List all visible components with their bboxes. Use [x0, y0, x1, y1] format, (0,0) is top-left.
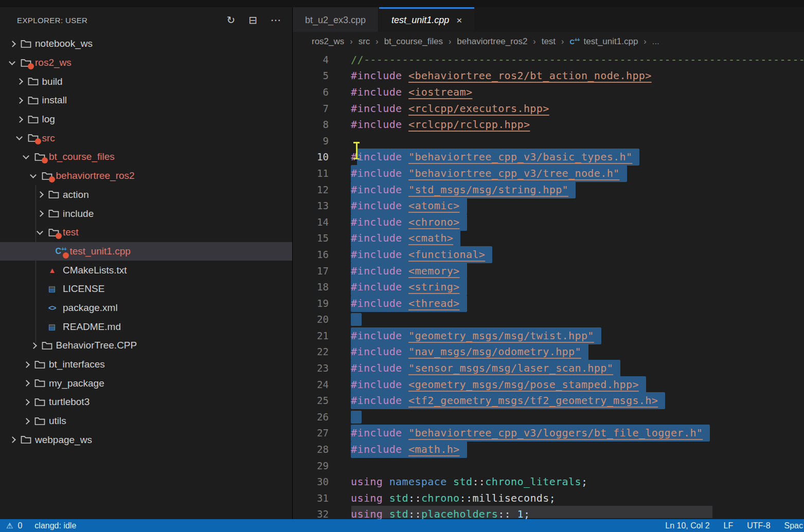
chevron-slot[interactable]	[17, 117, 28, 122]
problems-indicator[interactable]: ⚠ 0	[6, 521, 22, 530]
code-line[interactable]: 30using namespace std::chrono_literals;	[293, 473, 804, 490]
code-line-text: #include "behaviortree_cpp_v3/tree_node.…	[351, 167, 627, 179]
chevron-slot[interactable]	[17, 98, 28, 103]
chevron-slot[interactable]	[24, 362, 34, 367]
code-line[interactable]: 26	[293, 409, 804, 425]
indentation-indicator[interactable]: Spac	[784, 521, 803, 530]
chevron-slot[interactable]	[31, 175, 42, 177]
code-editor[interactable]: 4//-------------------------------------…	[293, 51, 804, 519]
tree-item-utils[interactable]: utils	[0, 412, 292, 431]
refresh-explorer-icon[interactable]: ↻	[226, 15, 235, 25]
code-line[interactable]: 6#include <iostream>	[293, 84, 804, 100]
clangd-status[interactable]: clangd: idle	[34, 521, 76, 530]
tree-item-icon	[21, 59, 35, 67]
line-number: 11	[293, 168, 329, 179]
breadcrumb-item[interactable]: behaviortree_ros2	[457, 36, 527, 47]
tree-item-log[interactable]: log	[0, 110, 292, 129]
code-line[interactable]: 27#include "behaviortree_cpp_v3/loggers/…	[293, 425, 804, 442]
code-line[interactable]: 19#include <thread>	[293, 295, 804, 311]
chevron-slot[interactable]	[24, 400, 34, 405]
code-line[interactable]: 12#include "std_msgs/msg/string.hpp"	[293, 181, 804, 198]
code-line[interactable]: 7#include <rclcpp/executors.hpp>	[293, 100, 804, 117]
chevron-slot[interactable]	[24, 419, 34, 424]
code-line[interactable]: 13#include <atomic>	[293, 197, 804, 214]
tree-item-test-unit1-cpp[interactable]: C++test_unit1.cpp	[0, 242, 292, 261]
eol-indicator[interactable]: LF	[724, 521, 734, 530]
tree-item-build[interactable]: build	[0, 72, 292, 91]
breadcrumb-item[interactable]: bt_course_files	[384, 36, 443, 47]
tree-item-webpage-ws[interactable]: webpage_ws	[0, 430, 292, 449]
chevron-slot[interactable]	[10, 62, 21, 64]
tree-item-notebook-ws[interactable]: notebook_ws	[0, 34, 292, 53]
code-line[interactable]: 10#include "behaviortree_cpp_v3/basic_ty…	[293, 149, 804, 166]
code-line[interactable]: 14#include <chrono>	[293, 214, 804, 230]
chevron-slot[interactable]	[38, 211, 48, 216]
tree-item-test[interactable]: test	[0, 223, 292, 242]
tree-item-license[interactable]: ▤LICENSE	[0, 280, 292, 299]
code-line[interactable]: 32using std::placeholders::_1;	[293, 506, 804, 519]
code-line[interactable]: 20	[293, 311, 804, 328]
tab-test-unit1-cpp[interactable]: test_unit1.cpp×	[379, 7, 474, 32]
code-line[interactable]: 11#include "behaviortree_cpp_v3/tree_nod…	[293, 165, 804, 181]
tree-item-icon	[28, 96, 42, 105]
code-line[interactable]: 25#include <tf2_geometry_msgs/tf2_geomet…	[293, 392, 804, 409]
tree-item-label: LICENSE	[63, 283, 104, 295]
tree-item-my-package[interactable]: my_package	[0, 374, 292, 393]
code-line[interactable]: 17#include <memory>	[293, 263, 804, 279]
selection-highlight: #include "std_msgs/msg/string.hpp"	[351, 181, 576, 198]
tree-item-install[interactable]: install	[0, 91, 292, 110]
tree-item-bt-course-files[interactable]: bt_course_files	[0, 148, 292, 167]
code-line[interactable]: 22#include "nav_msgs/msg/odometry.hpp"	[293, 344, 804, 360]
code-line[interactable]: 15#include <cmath>	[293, 230, 804, 247]
tree-item-package-xml[interactable]: <>package.xml	[0, 299, 292, 318]
breadcrumb-item[interactable]: ros2_ws	[312, 36, 344, 47]
code-line[interactable]: 24#include <geometry_msgs/msg/pose_stamp…	[293, 376, 804, 393]
tree-item-behaviortree-cpp[interactable]: BehaviorTree.CPP	[0, 336, 292, 355]
code-line[interactable]: 5#include <behaviortree_ros2/bt_action_n…	[293, 68, 804, 84]
code-line[interactable]: 16#include <functional>	[293, 246, 804, 263]
code-line[interactable]: 21#include "geometry_msgs/msg/twist.hpp"	[293, 327, 804, 344]
tree-item-cmakelists-txt[interactable]: ▲CMakeLists.txt	[0, 261, 292, 280]
code-line[interactable]: 31using std::chrono::milliseconds;	[293, 490, 804, 506]
tree-item-include[interactable]: include	[0, 204, 292, 223]
line-number: 12	[293, 184, 329, 195]
tree-item-src[interactable]: src	[0, 129, 292, 148]
more-actions-icon[interactable]: ⋯	[271, 15, 281, 25]
chevron-slot[interactable]	[17, 79, 28, 84]
folder-icon	[21, 435, 31, 444]
code-line[interactable]: 9	[293, 133, 804, 149]
tree-item-ros2-ws[interactable]: ros2_ws	[0, 53, 292, 72]
chevron-slot[interactable]	[24, 156, 34, 158]
encoding-indicator[interactable]: UTF-8	[747, 521, 770, 530]
code-line[interactable]: 28#include <math.h>	[293, 441, 804, 457]
tab-bt-u2-ex3-cpp[interactable]: bt_u2_ex3.cpp	[293, 7, 378, 32]
code-line[interactable]: 4//-------------------------------------…	[293, 51, 804, 68]
cursor-position[interactable]: Ln 10, Col 2	[665, 521, 709, 530]
tree-item-action[interactable]: action	[0, 186, 292, 205]
tree-item-readme-md[interactable]: ▤README.md	[0, 317, 292, 336]
chevron-slot[interactable]	[31, 343, 42, 348]
breadcrumb-item[interactable]: src	[359, 36, 370, 47]
breadcrumb-item[interactable]: test	[542, 36, 556, 47]
breadcrumb-overflow[interactable]: ...	[652, 36, 659, 47]
chevron-slot[interactable]	[17, 137, 28, 139]
chevron-slot[interactable]	[10, 42, 21, 46]
tree-item-bt-interfaces[interactable]: bt_interfaces	[0, 355, 292, 374]
code-line[interactable]: 8#include <rclcpp/rclcpp.hpp>	[293, 116, 804, 133]
chevron-slot[interactable]	[38, 192, 48, 197]
code-line[interactable]: 18#include <string>	[293, 279, 804, 295]
tab-close-icon[interactable]: ×	[456, 15, 462, 26]
tree-item-behaviortree-ros2[interactable]: behaviortree_ros2	[0, 167, 292, 186]
breadcrumb-item-file[interactable]: test_unit1.cpp	[583, 36, 638, 47]
chevron-slot[interactable]	[10, 437, 21, 442]
selection-highlight: #include <math.h>	[351, 441, 467, 458]
tree-item-turtlebot3[interactable]: turtlebot3	[0, 393, 292, 412]
selection-highlight	[351, 411, 362, 424]
code-line[interactable]: 29	[293, 457, 804, 474]
chevron-slot[interactable]	[38, 231, 48, 234]
code-line[interactable]: 23#include "sensor_msgs/msg/laser_scan.h…	[293, 360, 804, 376]
folder-icon	[42, 341, 52, 350]
chevron-right-icon	[16, 97, 23, 104]
chevron-slot[interactable]	[24, 381, 34, 386]
collapse-folders-icon[interactable]: ⊟	[248, 15, 257, 25]
